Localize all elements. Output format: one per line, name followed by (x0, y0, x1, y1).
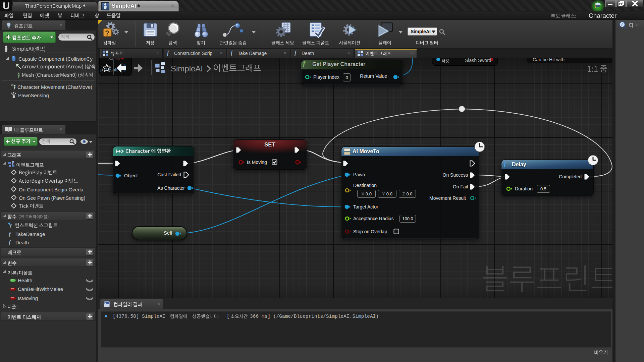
svg-text:f: f (9, 239, 11, 245)
svg-text:f: f (9, 231, 11, 237)
svg-text:f: f (167, 50, 170, 56)
svg-text:?: ? (105, 29, 109, 37)
svg-text:f: f (303, 60, 306, 67)
svg-text:f: f (294, 50, 297, 56)
svg-text:f: f (10, 224, 12, 228)
svg-text:f: f (504, 161, 506, 167)
svg-text:f: f (231, 50, 233, 56)
